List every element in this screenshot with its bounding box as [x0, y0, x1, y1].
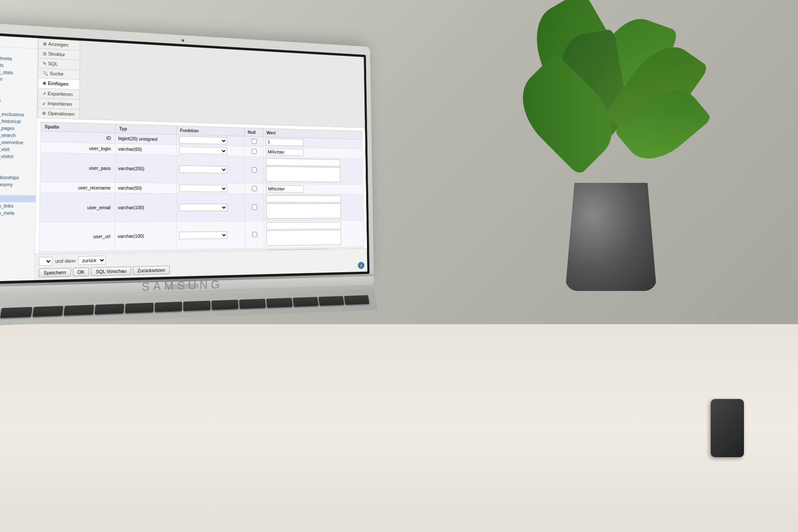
null-checkbox-user_nicename[interactable]: [252, 186, 257, 191]
cell-func-user_pass[interactable]: [177, 155, 245, 183]
key[interactable]: [0, 307, 32, 318]
func-select-ID[interactable]: [179, 136, 227, 144]
sidebar-item-yoast_seo_links[interactable]: _yoast_seo_links: [0, 202, 36, 209]
sidebar-item-term_relationships[interactable]: _term_relationships: [0, 174, 36, 182]
cell-func-user_nicename[interactable]: [177, 183, 245, 194]
func-select-user_nicename[interactable]: [179, 185, 227, 192]
sidebar-item-statistics_visitor[interactable]: _statistics_visitor: [0, 152, 36, 160]
value-textarea-user_email[interactable]: [266, 203, 341, 219]
key[interactable]: [125, 303, 154, 313]
value-input-ID[interactable]: [266, 138, 303, 146]
value-input-user_url[interactable]: [266, 222, 341, 230]
toolbar-tab-operationen[interactable]: ⚙Operationen: [37, 108, 79, 119]
key[interactable]: [239, 299, 266, 309]
cell-type-user_login: varchar(60): [116, 143, 177, 155]
sidebar-item-statistics_search[interactable]: _statistics_search: [0, 131, 37, 140]
cell-value-user_pass[interactable]: [264, 157, 363, 185]
key[interactable]: [155, 302, 182, 312]
cell-func-user_email[interactable]: [177, 193, 245, 221]
cell-null-user_pass[interactable]: [244, 156, 264, 184]
cell-field-user_pass: user_pass: [40, 153, 116, 182]
sql-preview-button[interactable]: SQL Vorschau: [91, 266, 131, 276]
key[interactable]: [344, 295, 369, 305]
cell-type-user_url: varchar(100): [115, 222, 176, 251]
null-checkbox-user_url[interactable]: [252, 232, 257, 237]
sidebar-item-statistics_pages[interactable]: _statistics_pages: [0, 124, 37, 133]
cell-null-user_login[interactable]: [244, 146, 263, 157]
value-input-user_email[interactable]: [266, 195, 340, 203]
structure-icon: ⊟: [43, 51, 47, 56]
sidebar-item-usermeta[interactable]: _usermeta: [0, 188, 36, 195]
insert-table-body: IDbigint(20) unsigneduser_loginvarchar(6…: [38, 131, 365, 254]
cell-func-ID[interactable]: [177, 135, 245, 146]
speichern-button[interactable]: Speichern: [39, 268, 71, 277]
back-select[interactable]: zurück: [78, 256, 106, 265]
null-checkbox-user_login[interactable]: [251, 148, 256, 154]
cell-value-user_nicename[interactable]: [264, 184, 363, 194]
cell-null-user_url[interactable]: [245, 221, 264, 249]
null-checkbox-user_pass[interactable]: [251, 167, 256, 172]
cell-null-user_nicename[interactable]: [245, 184, 264, 194]
key-row-1: [0, 295, 369, 319]
import-icon: ↙: [42, 101, 46, 106]
action-select[interactable]: [39, 257, 52, 266]
sidebar-item-terms[interactable]: _terms: [0, 166, 36, 174]
reset-button[interactable]: Zurücksetzen: [133, 266, 170, 275]
key[interactable]: [95, 304, 124, 315]
tab-label-einfuegen: Einfügen: [48, 81, 69, 86]
tab-label-suche: Suche: [50, 71, 64, 76]
pma-app: ◁ ↻ eu _commentmeta_comments_et_social_s…: [0, 34, 367, 282]
cell-null-ID[interactable]: [244, 136, 263, 147]
sidebar-items-list: _commentmeta_comments_et_social_stats_li…: [0, 53, 37, 217]
value-textarea-user_pass[interactable]: [266, 166, 340, 182]
und-dann-label: und dann: [55, 258, 76, 264]
cell-func-user_url[interactable]: [177, 221, 245, 250]
func-select-user_email[interactable]: [179, 204, 227, 211]
key[interactable]: [183, 300, 210, 311]
tab-label-exportieren: Exportieren: [48, 91, 73, 97]
pma-insert-content: Spalte Typ Funktion Null Wert IDbig: [35, 118, 367, 254]
func-select-user_pass[interactable]: [179, 165, 227, 173]
key[interactable]: [293, 297, 318, 307]
cell-type-user_nicename: varchar(50): [115, 182, 177, 193]
screen-bezel: ◁ ↻ eu _commentmeta_comments_et_social_s…: [0, 32, 369, 285]
background-scene: ◁ ↻ eu _commentmeta_comments_et_social_s…: [0, 0, 798, 532]
cell-null-user_email[interactable]: [245, 194, 264, 221]
screen-content: ◁ ↻ eu _commentmeta_comments_et_social_s…: [0, 34, 367, 282]
value-textarea-user_url[interactable]: [266, 230, 341, 246]
null-checkbox-user_email[interactable]: [252, 204, 257, 210]
value-input-user_pass[interactable]: [266, 158, 340, 167]
sidebar-item-statistics_useronline[interactable]: _statistics_useronline: [0, 138, 37, 146]
value-input-user_nicename[interactable]: [266, 185, 304, 193]
sidebar-item-termmeta[interactable]: _termmeta: [0, 159, 36, 167]
value-input-user_login[interactable]: [266, 148, 304, 156]
phone-device: [711, 399, 744, 457]
key[interactable]: [64, 305, 94, 315]
sidebar-item-yoast_seo_meta[interactable]: _yoast_seo_meta: [0, 209, 35, 217]
toolbar-tab-importieren[interactable]: ↙Importieren: [37, 98, 80, 109]
ok-button[interactable]: OK: [73, 267, 89, 276]
desk-surface: [0, 324, 798, 532]
table-row-user_email: user_emailvarchar(100): [39, 193, 363, 222]
key[interactable]: [32, 306, 64, 317]
cell-func-user_login[interactable]: [177, 145, 245, 156]
func-select-user_login[interactable]: [179, 146, 227, 155]
plant-pot: [565, 183, 657, 291]
sidebar-item-users[interactable]: _users: [0, 195, 36, 202]
samsung-logo: SAMSUNG: [142, 278, 223, 293]
key[interactable]: [212, 300, 239, 310]
key[interactable]: [319, 296, 345, 305]
cell-value-user_url[interactable]: [264, 220, 364, 248]
sql-icon: ✎: [43, 61, 47, 66]
cell-value-user_email[interactable]: [264, 194, 363, 221]
cell-type-ID: bigint(20) unsigned: [116, 133, 177, 145]
sidebar-item-statistics_visit[interactable]: _statistics_visit: [0, 145, 36, 153]
export-icon: ↗: [42, 91, 46, 96]
key[interactable]: [266, 298, 292, 308]
pma-main-area: ⊞Anzeigen⊟Struktur✎SQL🔍Suche⊕Einfügen↗Ex…: [35, 38, 367, 280]
search-icon: 🔍: [43, 71, 48, 76]
sidebar-item-term_taxonomy[interactable]: _term_taxonomy: [0, 181, 36, 188]
func-select-user_url[interactable]: [179, 231, 227, 239]
tab-label-operationen: Operationen: [48, 111, 74, 116]
null-checkbox-ID[interactable]: [251, 138, 256, 144]
